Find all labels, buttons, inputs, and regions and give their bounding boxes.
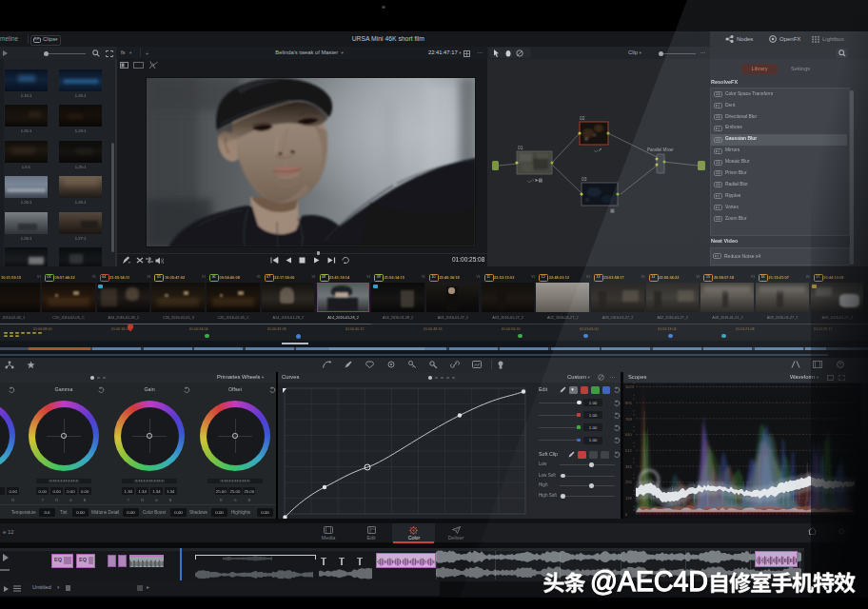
svg-text:◡○➤▦: ◡○➤▦: [527, 177, 543, 183]
svg-text:◡↗: ◡↗: [594, 147, 602, 152]
svg-text:03: 03: [582, 176, 587, 182]
svg-text:01: 01: [518, 145, 523, 150]
svg-text:02: 02: [580, 115, 585, 121]
